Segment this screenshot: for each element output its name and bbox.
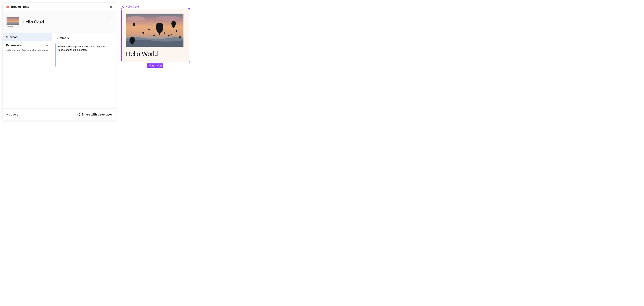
errors-status: No errors (6, 113, 18, 116)
svg-point-12 (142, 32, 144, 34)
card-image (126, 13, 184, 47)
close-button[interactable] (109, 5, 113, 8)
frame-label[interactable]: Hello Card (122, 5, 189, 8)
svg-point-10 (127, 16, 145, 21)
dot-icon (111, 22, 111, 22)
svg-point-15 (168, 35, 170, 36)
close-icon (110, 5, 112, 8)
card-title: Hello World (126, 50, 184, 58)
selection-frame[interactable]: Hello World Hug × Hug (122, 9, 189, 62)
component-icon (122, 5, 124, 8)
svg-point-19 (154, 35, 155, 36)
dot-icon (111, 20, 111, 21)
svg-point-16 (171, 34, 172, 35)
share-label: Share with developer (82, 113, 112, 116)
svg-point-4 (79, 115, 80, 116)
dot-icon (111, 23, 111, 24)
svg-rect-8 (124, 6, 124, 7)
thumbnail-image (6, 17, 19, 25)
parameters-label: Parameters (6, 44, 22, 47)
hello-card: Hello World (122, 9, 189, 62)
overflow-menu-button[interactable] (109, 20, 113, 24)
svg-point-11 (156, 16, 180, 20)
relay-logo-icon (6, 5, 10, 8)
plugin-panel: Relay for Figma Hello World Hello Card S… (2, 2, 116, 121)
component-name: Hello Card (22, 19, 44, 25)
resize-handle-top-right[interactable] (188, 8, 190, 10)
tab-summary[interactable]: Summary (3, 33, 52, 41)
svg-rect-7 (122, 6, 123, 7)
svg-rect-5 (123, 5, 124, 6)
plus-icon (46, 44, 48, 47)
component-header: Hello World Hello Card (3, 11, 116, 33)
svg-point-3 (79, 113, 80, 114)
svg-rect-6 (123, 7, 124, 8)
summary-textarea[interactable] (56, 43, 112, 67)
frame-label-text: Hello Card (126, 5, 139, 8)
svg-point-17 (176, 30, 177, 32)
svg-point-2 (77, 114, 78, 115)
svg-point-1 (7, 6, 9, 8)
panel-header: Relay for Figma (3, 3, 116, 11)
parameters-hint: Select a layer first to add a parameter (3, 48, 52, 52)
add-parameter-button[interactable] (45, 44, 49, 47)
panel-footer: No errors Share with developer (3, 109, 116, 121)
share-with-developer-button[interactable]: Share with developer (77, 113, 112, 116)
thumbnail-caption: Hello World (6, 26, 19, 27)
parameters-header: Parameters (3, 41, 52, 48)
resize-handle-bottom-left[interactable] (121, 61, 122, 63)
plugin-title: Relay for Figma (11, 5, 29, 8)
svg-point-14 (164, 32, 165, 34)
size-annotation-pill: Hug × Hug (147, 63, 163, 68)
summary-heading: Summary (56, 36, 112, 40)
resize-handle-top-left[interactable] (121, 8, 122, 10)
svg-point-13 (148, 29, 150, 30)
main-pane: Summary (52, 33, 116, 109)
component-thumbnail: Hello World (6, 16, 20, 28)
sidebar: Summary Parameters Select a layer first … (3, 33, 52, 109)
resize-handle-bottom-right[interactable] (188, 61, 190, 63)
share-icon (77, 113, 80, 116)
panel-body: Summary Parameters Select a layer first … (3, 33, 116, 109)
svg-point-18 (179, 36, 181, 38)
canvas-component: Hello Card (122, 5, 189, 62)
